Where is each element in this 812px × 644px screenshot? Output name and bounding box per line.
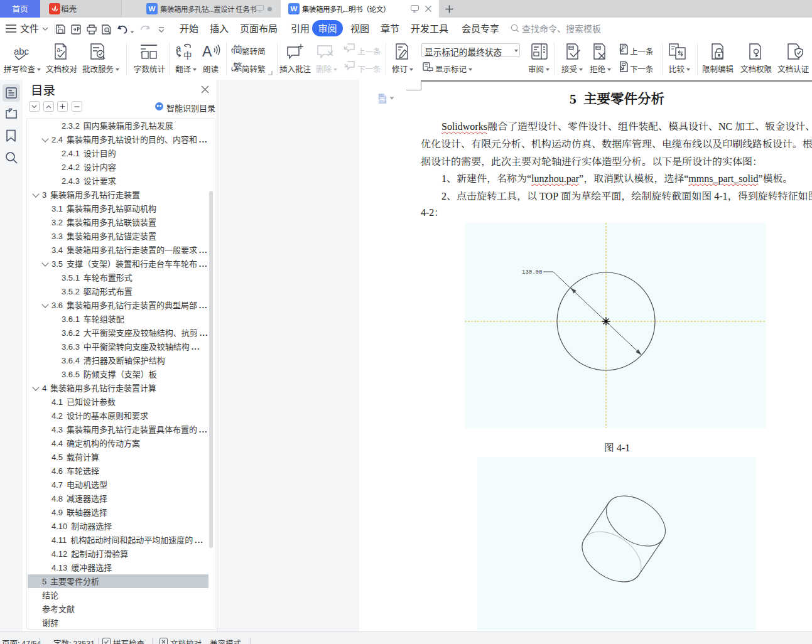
svg-text:繁: 繁 [233,60,242,73]
svg-text:W: W [291,5,298,13]
svg-text:130.00: 130.00 [522,269,542,276]
svg-text:中: 中 [183,48,192,61]
svg-text:简: 简 [233,43,242,55]
svg-text:a-: a- [57,46,63,53]
svg-text:A: A [202,43,212,60]
svg-text:W: W [149,5,156,13]
